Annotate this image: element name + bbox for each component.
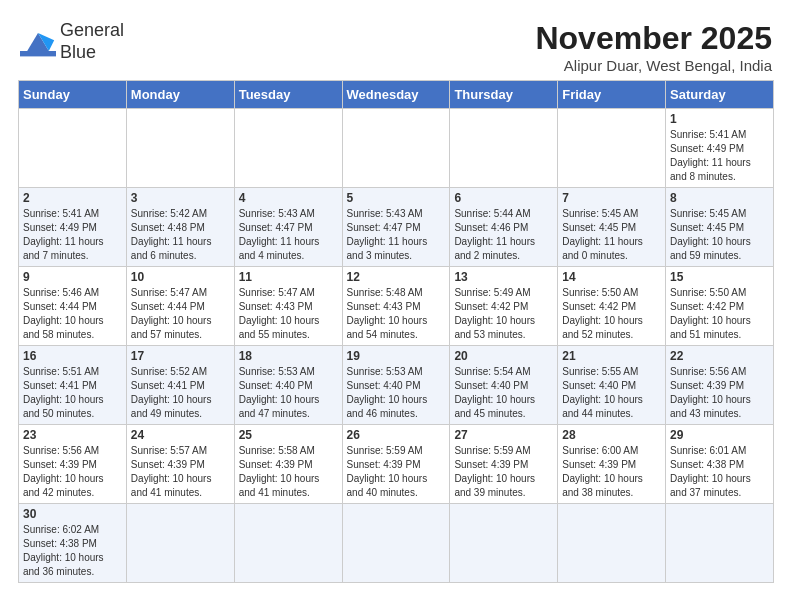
day-info: Sunrise: 5:43 AM Sunset: 4:47 PM Dayligh… — [347, 207, 446, 263]
calendar-cell: 3Sunrise: 5:42 AM Sunset: 4:48 PM Daylig… — [126, 188, 234, 267]
day-info: Sunrise: 5:56 AM Sunset: 4:39 PM Dayligh… — [670, 365, 769, 421]
day-info: Sunrise: 5:41 AM Sunset: 4:49 PM Dayligh… — [23, 207, 122, 263]
day-number: 18 — [239, 349, 338, 363]
day-info: Sunrise: 6:02 AM Sunset: 4:38 PM Dayligh… — [23, 523, 122, 579]
day-info: Sunrise: 5:55 AM Sunset: 4:40 PM Dayligh… — [562, 365, 661, 421]
calendar-cell: 1Sunrise: 5:41 AM Sunset: 4:49 PM Daylig… — [666, 109, 774, 188]
logo: General Blue — [20, 20, 124, 63]
calendar-cell: 15Sunrise: 5:50 AM Sunset: 4:42 PM Dayli… — [666, 267, 774, 346]
calendar-cell: 20Sunrise: 5:54 AM Sunset: 4:40 PM Dayli… — [450, 346, 558, 425]
day-number: 30 — [23, 507, 122, 521]
header: General Blue November 2025 Alipur Duar, … — [10, 10, 782, 80]
day-number: 8 — [670, 191, 769, 205]
calendar-cell: 30Sunrise: 6:02 AM Sunset: 4:38 PM Dayli… — [19, 504, 127, 583]
calendar-cell: 10Sunrise: 5:47 AM Sunset: 4:44 PM Dayli… — [126, 267, 234, 346]
weekday-header-friday: Friday — [558, 81, 666, 109]
calendar-cell — [450, 504, 558, 583]
day-number: 2 — [23, 191, 122, 205]
day-info: Sunrise: 5:45 AM Sunset: 4:45 PM Dayligh… — [562, 207, 661, 263]
calendar-cell: 28Sunrise: 6:00 AM Sunset: 4:39 PM Dayli… — [558, 425, 666, 504]
calendar-cell: 19Sunrise: 5:53 AM Sunset: 4:40 PM Dayli… — [342, 346, 450, 425]
calendar-cell: 8Sunrise: 5:45 AM Sunset: 4:45 PM Daylig… — [666, 188, 774, 267]
calendar-cell: 17Sunrise: 5:52 AM Sunset: 4:41 PM Dayli… — [126, 346, 234, 425]
calendar-cell: 2Sunrise: 5:41 AM Sunset: 4:49 PM Daylig… — [19, 188, 127, 267]
day-info: Sunrise: 5:51 AM Sunset: 4:41 PM Dayligh… — [23, 365, 122, 421]
calendar-cell — [126, 109, 234, 188]
day-info: Sunrise: 5:57 AM Sunset: 4:39 PM Dayligh… — [131, 444, 230, 500]
day-number: 17 — [131, 349, 230, 363]
weekday-header-wednesday: Wednesday — [342, 81, 450, 109]
calendar-week-row: 30Sunrise: 6:02 AM Sunset: 4:38 PM Dayli… — [19, 504, 774, 583]
calendar-cell: 26Sunrise: 5:59 AM Sunset: 4:39 PM Dayli… — [342, 425, 450, 504]
day-info: Sunrise: 5:59 AM Sunset: 4:39 PM Dayligh… — [454, 444, 553, 500]
day-number: 25 — [239, 428, 338, 442]
weekday-header-sunday: Sunday — [19, 81, 127, 109]
day-number: 21 — [562, 349, 661, 363]
day-info: Sunrise: 5:48 AM Sunset: 4:43 PM Dayligh… — [347, 286, 446, 342]
weekday-header-saturday: Saturday — [666, 81, 774, 109]
calendar-cell: 9Sunrise: 5:46 AM Sunset: 4:44 PM Daylig… — [19, 267, 127, 346]
calendar-cell — [342, 504, 450, 583]
day-info: Sunrise: 5:49 AM Sunset: 4:42 PM Dayligh… — [454, 286, 553, 342]
day-number: 9 — [23, 270, 122, 284]
calendar-cell: 5Sunrise: 5:43 AM Sunset: 4:47 PM Daylig… — [342, 188, 450, 267]
day-number: 20 — [454, 349, 553, 363]
day-number: 1 — [670, 112, 769, 126]
calendar-table: SundayMondayTuesdayWednesdayThursdayFrid… — [18, 80, 774, 583]
day-number: 19 — [347, 349, 446, 363]
day-info: Sunrise: 6:01 AM Sunset: 4:38 PM Dayligh… — [670, 444, 769, 500]
day-info: Sunrise: 5:46 AM Sunset: 4:44 PM Dayligh… — [23, 286, 122, 342]
day-info: Sunrise: 5:50 AM Sunset: 4:42 PM Dayligh… — [670, 286, 769, 342]
day-number: 5 — [347, 191, 446, 205]
calendar-cell: 29Sunrise: 6:01 AM Sunset: 4:38 PM Dayli… — [666, 425, 774, 504]
calendar-cell: 6Sunrise: 5:44 AM Sunset: 4:46 PM Daylig… — [450, 188, 558, 267]
calendar-week-row: 1Sunrise: 5:41 AM Sunset: 4:49 PM Daylig… — [19, 109, 774, 188]
day-number: 14 — [562, 270, 661, 284]
calendar-cell — [342, 109, 450, 188]
day-info: Sunrise: 6:00 AM Sunset: 4:39 PM Dayligh… — [562, 444, 661, 500]
day-info: Sunrise: 5:42 AM Sunset: 4:48 PM Dayligh… — [131, 207, 230, 263]
day-number: 23 — [23, 428, 122, 442]
calendar-week-row: 9Sunrise: 5:46 AM Sunset: 4:44 PM Daylig… — [19, 267, 774, 346]
title-area: November 2025 Alipur Duar, West Bengal, … — [535, 20, 772, 74]
day-info: Sunrise: 5:41 AM Sunset: 4:49 PM Dayligh… — [670, 128, 769, 184]
calendar-cell: 22Sunrise: 5:56 AM Sunset: 4:39 PM Dayli… — [666, 346, 774, 425]
location-title: Alipur Duar, West Bengal, India — [535, 57, 772, 74]
day-number: 6 — [454, 191, 553, 205]
weekday-header-thursday: Thursday — [450, 81, 558, 109]
calendar-cell: 16Sunrise: 5:51 AM Sunset: 4:41 PM Dayli… — [19, 346, 127, 425]
day-number: 13 — [454, 270, 553, 284]
calendar-week-row: 16Sunrise: 5:51 AM Sunset: 4:41 PM Dayli… — [19, 346, 774, 425]
calendar-cell: 23Sunrise: 5:56 AM Sunset: 4:39 PM Dayli… — [19, 425, 127, 504]
calendar-cell: 12Sunrise: 5:48 AM Sunset: 4:43 PM Dayli… — [342, 267, 450, 346]
day-info: Sunrise: 5:47 AM Sunset: 4:44 PM Dayligh… — [131, 286, 230, 342]
day-number: 24 — [131, 428, 230, 442]
calendar-cell: 13Sunrise: 5:49 AM Sunset: 4:42 PM Dayli… — [450, 267, 558, 346]
calendar-cell — [126, 504, 234, 583]
calendar-cell — [558, 109, 666, 188]
day-number: 11 — [239, 270, 338, 284]
calendar-cell: 27Sunrise: 5:59 AM Sunset: 4:39 PM Dayli… — [450, 425, 558, 504]
day-info: Sunrise: 5:50 AM Sunset: 4:42 PM Dayligh… — [562, 286, 661, 342]
day-info: Sunrise: 5:45 AM Sunset: 4:45 PM Dayligh… — [670, 207, 769, 263]
calendar-week-row: 23Sunrise: 5:56 AM Sunset: 4:39 PM Dayli… — [19, 425, 774, 504]
calendar-cell — [558, 504, 666, 583]
day-info: Sunrise: 5:53 AM Sunset: 4:40 PM Dayligh… — [347, 365, 446, 421]
day-info: Sunrise: 5:59 AM Sunset: 4:39 PM Dayligh… — [347, 444, 446, 500]
calendar-week-row: 2Sunrise: 5:41 AM Sunset: 4:49 PM Daylig… — [19, 188, 774, 267]
day-info: Sunrise: 5:54 AM Sunset: 4:40 PM Dayligh… — [454, 365, 553, 421]
generalblue-logo-icon — [20, 24, 56, 60]
day-number: 26 — [347, 428, 446, 442]
day-number: 29 — [670, 428, 769, 442]
calendar-cell — [450, 109, 558, 188]
day-number: 12 — [347, 270, 446, 284]
day-info: Sunrise: 5:43 AM Sunset: 4:47 PM Dayligh… — [239, 207, 338, 263]
calendar-cell — [19, 109, 127, 188]
day-number: 22 — [670, 349, 769, 363]
month-title: November 2025 — [535, 20, 772, 57]
day-number: 27 — [454, 428, 553, 442]
calendar-cell — [234, 504, 342, 583]
calendar-cell: 7Sunrise: 5:45 AM Sunset: 4:45 PM Daylig… — [558, 188, 666, 267]
calendar-cell — [234, 109, 342, 188]
calendar-cell: 14Sunrise: 5:50 AM Sunset: 4:42 PM Dayli… — [558, 267, 666, 346]
